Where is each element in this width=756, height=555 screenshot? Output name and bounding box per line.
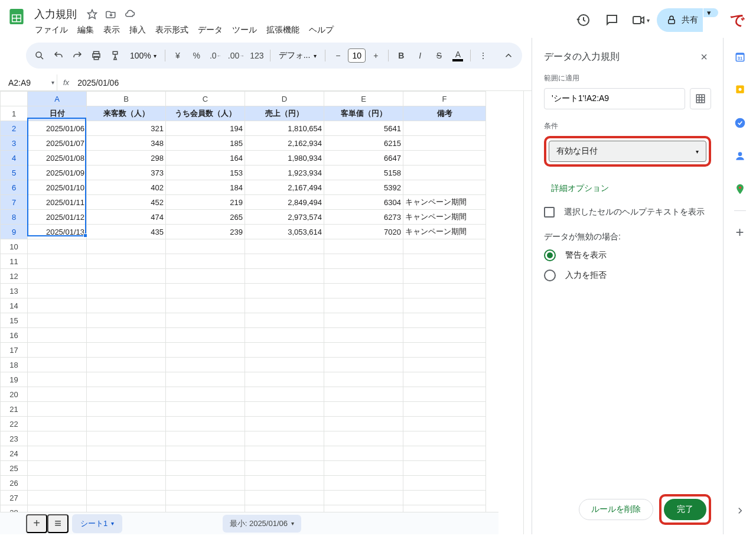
cell[interactable] — [245, 358, 324, 372]
font-size-increase[interactable]: + — [367, 47, 384, 64]
menu-data[interactable]: データ — [194, 22, 227, 38]
formula-bar[interactable]: 2025/01/06 — [75, 78, 532, 87]
cell[interactable] — [403, 165, 486, 180]
cell[interactable]: 日付 — [28, 106, 87, 121]
cell[interactable] — [403, 343, 486, 358]
cell[interactable]: 備考 — [403, 106, 486, 121]
cell[interactable] — [324, 239, 403, 254]
hide-rail-icon[interactable] — [728, 499, 752, 522]
get-addons-icon[interactable]: + — [728, 220, 752, 244]
remove-rule-button[interactable]: ルールを削除 — [579, 499, 653, 520]
row-header-17[interactable]: 17 — [1, 343, 28, 358]
cell[interactable]: 185 — [166, 136, 245, 151]
cell[interactable] — [87, 446, 166, 461]
maps-icon[interactable] — [728, 177, 752, 201]
bold-icon[interactable]: B — [392, 47, 410, 64]
cell[interactable]: 7020 — [324, 225, 403, 239]
cell[interactable] — [403, 151, 486, 165]
menu-format[interactable]: 表示形式 — [151, 22, 193, 38]
cell[interactable] — [87, 269, 166, 284]
cell[interactable]: 474 — [87, 210, 166, 225]
cell[interactable] — [28, 358, 87, 372]
meet-icon[interactable]: ▾ — [628, 8, 652, 32]
cell[interactable] — [403, 180, 486, 195]
cell[interactable] — [87, 254, 166, 269]
cell[interactable] — [403, 121, 486, 136]
strikethrough-icon[interactable]: S — [430, 47, 448, 64]
row-header-1[interactable]: 1 — [1, 106, 28, 121]
cell[interactable] — [28, 446, 87, 461]
cell[interactable] — [245, 239, 324, 254]
cell[interactable]: 1,810,654 — [245, 121, 324, 136]
cell[interactable]: うち会員数（人） — [166, 106, 245, 121]
redo-icon[interactable] — [69, 47, 86, 64]
row-header-14[interactable]: 14 — [1, 298, 28, 313]
cell[interactable] — [403, 136, 486, 151]
cell[interactable]: 5392 — [324, 180, 403, 195]
cell[interactable]: 265 — [166, 210, 245, 225]
menu-tools[interactable]: ツール — [228, 22, 261, 38]
cell[interactable] — [324, 328, 403, 343]
percent-icon[interactable]: % — [188, 47, 206, 64]
cell[interactable] — [324, 491, 403, 505]
col-header-E[interactable]: E — [324, 92, 403, 106]
cell[interactable] — [245, 313, 324, 328]
cell[interactable] — [166, 298, 245, 313]
cell[interactable] — [28, 269, 87, 284]
font-select[interactable]: デフォ... ▾ — [274, 50, 322, 61]
cell[interactable] — [403, 461, 486, 476]
cell[interactable]: 2025/01/06 — [28, 121, 87, 136]
cell[interactable] — [166, 431, 245, 446]
cell[interactable] — [324, 298, 403, 313]
cell[interactable] — [403, 417, 486, 431]
row-header-4[interactable]: 4 — [1, 151, 28, 165]
cell[interactable] — [403, 372, 486, 387]
cell[interactable]: 2025/01/12 — [28, 210, 87, 225]
cell[interactable] — [166, 402, 245, 417]
cell[interactable]: 1,923,934 — [245, 165, 324, 180]
cell[interactable]: 239 — [166, 225, 245, 239]
cell[interactable] — [28, 372, 87, 387]
font-size-input[interactable] — [348, 48, 366, 63]
cell[interactable] — [324, 284, 403, 298]
cell[interactable] — [87, 461, 166, 476]
col-header-D[interactable]: D — [245, 92, 324, 106]
cell[interactable] — [166, 446, 245, 461]
cell[interactable]: 2025/01/07 — [28, 136, 87, 151]
cell[interactable] — [245, 461, 324, 476]
cell[interactable] — [403, 387, 486, 402]
cell[interactable] — [28, 284, 87, 298]
cell[interactable] — [166, 239, 245, 254]
cell[interactable] — [403, 269, 486, 284]
keep-icon[interactable] — [728, 78, 752, 102]
row-header-11[interactable]: 11 — [1, 254, 28, 269]
select-all-corner[interactable] — [1, 92, 28, 106]
cell[interactable]: 435 — [87, 225, 166, 239]
row-header-13[interactable]: 13 — [1, 284, 28, 298]
cell[interactable] — [403, 491, 486, 505]
cell[interactable] — [87, 239, 166, 254]
reject-radio[interactable] — [544, 270, 556, 281]
cell[interactable]: 184 — [166, 180, 245, 195]
cell[interactable] — [166, 254, 245, 269]
sheets-logo[interactable] — [5, 5, 28, 28]
range-input[interactable] — [544, 88, 685, 109]
cell[interactable]: 来客数（人） — [87, 106, 166, 121]
row-header-19[interactable]: 19 — [1, 372, 28, 387]
cell[interactable] — [403, 446, 486, 461]
cell[interactable] — [166, 328, 245, 343]
cell[interactable]: 2025/01/10 — [28, 180, 87, 195]
menu-view[interactable]: 表示 — [99, 22, 124, 38]
cell[interactable] — [87, 328, 166, 343]
cell[interactable] — [245, 298, 324, 313]
cell[interactable] — [245, 254, 324, 269]
cell[interactable]: キャンペーン期間 — [403, 210, 486, 225]
cell[interactable] — [28, 328, 87, 343]
cell[interactable] — [245, 446, 324, 461]
cell[interactable] — [324, 313, 403, 328]
cell[interactable]: 164 — [166, 151, 245, 165]
cell[interactable]: 2,162,934 — [245, 136, 324, 151]
cell[interactable] — [28, 298, 87, 313]
cell[interactable]: 5641 — [324, 121, 403, 136]
cell[interactable]: 6304 — [324, 195, 403, 210]
